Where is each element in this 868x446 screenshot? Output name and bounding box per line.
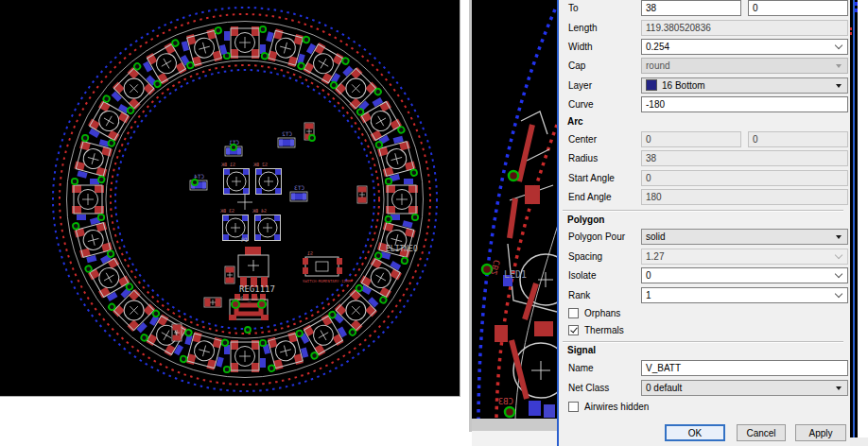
capacitor-footprint[interactable]: CT3 [290, 184, 307, 201]
dropdown-arrow-icon [832, 59, 845, 73]
led-origin-cross [279, 344, 293, 358]
regulator-label: REG1117 [239, 284, 275, 294]
zoomed-board-viewport[interactable]: LED1 CB2 CB3 [472, 0, 559, 419]
to-x-input[interactable]: 38 [641, 0, 741, 16]
via [215, 26, 222, 34]
spacing-combobox: 1.27 [641, 249, 848, 265]
neopixel-ring-board[interactable]: S1_BKS2_BKS3_BKS4_BKCT1CT2CT3CT4REG1117U… [0, 0, 460, 396]
switch-pad-blue [255, 215, 262, 222]
dropdown-arrow-icon[interactable] [832, 381, 845, 395]
chevron-down-icon[interactable] [832, 268, 845, 283]
led-origin-cross [198, 344, 212, 358]
capacitor-footprint[interactable]: CT2 [278, 130, 295, 147]
led-pad-red [74, 161, 85, 170]
regulator-footprint[interactable]: REG1117USB_INP1 [237, 236, 275, 302]
bottom-pad-blue [77, 214, 86, 220]
switch-pad-blue [274, 234, 281, 241]
led-footprint[interactable] [84, 94, 133, 147]
led-origin-cross [198, 41, 212, 55]
led-origin-cross [86, 152, 100, 166]
tactile-switch-footprint[interactable]: S2_BK [253, 162, 282, 195]
layer-label: Layer [568, 80, 592, 91]
dropdown-arrow-icon[interactable] [832, 78, 845, 93]
isolate-combobox[interactable]: 0 [641, 267, 848, 283]
s1-pad [337, 258, 342, 265]
polygon-section-header: Polygon [567, 214, 756, 225]
horizontal-scrollbar[interactable] [472, 419, 559, 431]
led-footprint[interactable] [330, 284, 383, 337]
orphans-label: Orphans [584, 308, 620, 318]
dropdown-arrow-icon[interactable] [832, 230, 845, 244]
rank-combobox[interactable]: 1 [641, 287, 848, 303]
to-y-input[interactable]: 0 [748, 0, 848, 16]
signal-name-input[interactable]: V_BATT [641, 360, 848, 376]
airwires-hidden-label: Airwires hidden [584, 402, 649, 412]
cap-pad [290, 140, 294, 146]
polygon-pour-combobox[interactable]: solid [641, 229, 848, 245]
led-footprint[interactable] [356, 251, 406, 304]
ok-button[interactable]: OK [665, 424, 725, 441]
chevron-down-icon[interactable] [832, 288, 845, 302]
led-footprint[interactable] [386, 179, 418, 220]
momentary-switch-footprint[interactable]: S1SWITCH-MOMENTARY-12MM [303, 250, 351, 283]
usb-mount-hole [232, 300, 239, 308]
switch-pad-blue [274, 215, 281, 222]
blue-dot [855, 9, 858, 12]
s1-pad [337, 267, 342, 274]
airwires-hidden-checkbox[interactable] [568, 402, 579, 412]
switch-pad-blue [223, 215, 230, 222]
center-x-field: 0 [641, 131, 741, 147]
s1-actuator-silk [316, 262, 328, 271]
bottom-pad-blue [224, 31, 230, 41]
layer-combobox[interactable]: 16 Bottom [641, 77, 848, 94]
via [221, 339, 229, 347]
board-editor-viewport[interactable]: S1_BKS2_BKS3_BKS4_BKCT1CT2CT3CT4REG1117U… [0, 0, 460, 397]
led-footprint[interactable] [297, 39, 350, 88]
led-footprint[interactable] [108, 62, 161, 115]
pad [226, 278, 234, 283]
width-combobox[interactable]: 0.254 [641, 39, 848, 55]
via [180, 355, 187, 363]
isolate-label: Isolate [568, 270, 596, 281]
orphans-checkbox[interactable] [568, 308, 579, 318]
passive-footprint[interactable] [357, 186, 367, 203]
via [268, 365, 275, 372]
pad [216, 299, 221, 307]
via [412, 214, 418, 220]
usb-connector-footprint[interactable] [229, 294, 269, 320]
start-angle-field: 0 [641, 170, 848, 186]
layer-color-swatch [646, 79, 657, 91]
separator [563, 210, 843, 212]
s1-ref-text-mirrored: S1 [307, 250, 313, 256]
s1-silk-outline [305, 257, 339, 276]
curve-input[interactable]: -180 [641, 96, 848, 112]
chevron-down-icon[interactable] [832, 40, 845, 54]
red-dot [850, 27, 852, 30]
cancel-button[interactable]: Cancel [737, 424, 786, 441]
led-footprint[interactable] [224, 340, 266, 372]
via [186, 61, 194, 69]
via [81, 134, 89, 142]
led-footprint[interactable] [224, 26, 266, 59]
led-origin-cross [316, 328, 331, 343]
led-origin-cross [239, 351, 251, 362]
apply-button[interactable]: Apply [795, 424, 846, 441]
led-origin-cross [279, 41, 293, 55]
pad [205, 299, 211, 307]
net-class-combobox[interactable]: 0 default [641, 380, 848, 396]
switch-origin-cross [264, 177, 273, 186]
via [375, 141, 383, 148]
copper-pad [534, 321, 553, 336]
led-footprint[interactable] [72, 179, 104, 220]
led-footprint[interactable] [108, 284, 161, 337]
led-footprint[interactable] [140, 311, 193, 360]
thermals-checkbox[interactable] [568, 325, 579, 335]
bottom-pad-blue [260, 358, 266, 368]
led-origin-cross [159, 56, 174, 71]
led-footprint[interactable] [330, 62, 383, 115]
radius-field: 38 [641, 150, 848, 166]
tactile-switch-footprint[interactable]: S4_BK [252, 208, 281, 241]
passive-footprint[interactable] [225, 266, 234, 283]
passive-footprint[interactable] [204, 298, 221, 307]
tactile-switch-footprint[interactable]: S1_BK [221, 162, 250, 195]
